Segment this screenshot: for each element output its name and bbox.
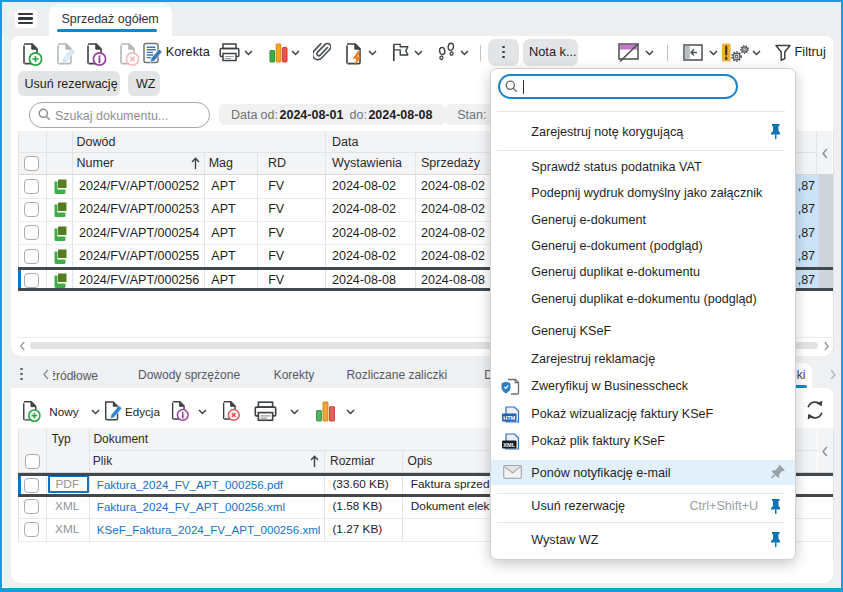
svg-text:HTM: HTM bbox=[503, 414, 515, 420]
svg-text:XML: XML bbox=[503, 441, 515, 447]
